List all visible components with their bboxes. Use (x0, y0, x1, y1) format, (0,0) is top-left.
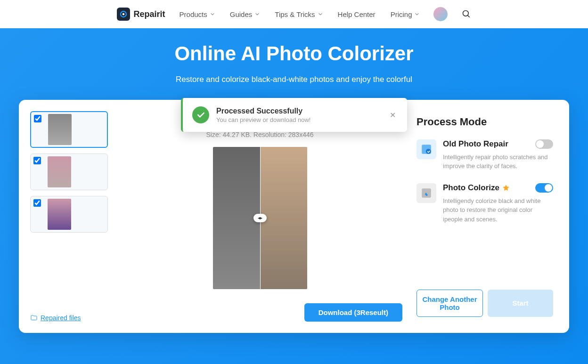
check-icon (192, 106, 209, 123)
nav-tips[interactable]: Tips & Tricks (275, 10, 322, 18)
preview-panel: test (8).jpg Size: 44.27 KB. Resolution:… (117, 111, 402, 294)
mode-old-photo-repair: Old Photo Repair Intelligently repair ph… (416, 139, 553, 171)
chevron-down-icon (210, 12, 215, 16)
process-mode-panel: Process Mode Old Photo Repair Intelligen… (412, 111, 558, 322)
mode-photo-colorize: Photo Colorize Intelligendy colorize bla… (416, 183, 553, 224)
change-photo-button[interactable]: Change Another Photo (416, 290, 483, 317)
repair-icon (416, 139, 436, 159)
thumbnail-checkbox[interactable] (33, 199, 41, 207)
page-subtitle: Restore and colorize black-and-white pho… (40, 73, 548, 86)
thumbnail-list (30, 111, 108, 233)
logo[interactable]: Repairit (117, 8, 165, 21)
toast-body: Processed Successfully You can preview o… (216, 107, 381, 123)
comparison-slider[interactable]: ◂▸ (253, 214, 267, 222)
premium-icon (502, 184, 510, 192)
download-button[interactable]: Download (3Reseult) (304, 303, 402, 322)
nav-pricing[interactable]: Pricing (391, 10, 420, 18)
mode-description: Intelligendy colorize black and white ph… (443, 196, 553, 224)
chevron-down-icon (318, 12, 323, 16)
repair-toggle[interactable] (535, 139, 553, 149)
nav: Products Guides Tips & Tricks Help Cente… (180, 10, 420, 18)
toast-success: Processed Successfully You can preview o… (181, 98, 407, 132)
search-icon[interactable] (462, 9, 471, 19)
avatar[interactable] (433, 7, 448, 21)
svg-rect-5 (422, 188, 431, 198)
folder-icon (30, 314, 38, 322)
main-card: Repaired files test (8).jpg Size: 44.27 … (19, 100, 569, 333)
start-button[interactable]: Start (488, 290, 553, 317)
thumbnail-image (48, 156, 71, 187)
thumbnail-item[interactable] (30, 111, 108, 148)
svg-point-1 (122, 13, 124, 16)
nav-help[interactable]: Help Center (338, 10, 376, 18)
svg-point-4 (426, 148, 431, 154)
close-icon[interactable]: ✕ (388, 109, 398, 121)
colorize-toggle[interactable] (535, 183, 553, 193)
chevron-down-icon (255, 12, 260, 16)
thumbnail-image (48, 199, 71, 230)
chevron-down-icon (415, 12, 419, 16)
nav-products[interactable]: Products (180, 10, 215, 18)
thumbnail-item[interactable] (30, 196, 108, 233)
process-mode-title: Process Mode (416, 116, 553, 128)
brand-name: Repairit (134, 9, 165, 19)
svg-point-2 (463, 11, 469, 16)
header: Repairit Products Guides Tips & Tricks H… (0, 0, 588, 28)
thumbnail-item[interactable] (30, 154, 108, 190)
mode-title: Old Photo Repair (443, 139, 508, 149)
preview-before (213, 147, 260, 289)
thumbnail-image (48, 114, 72, 145)
comparison-preview: ◂▸ (213, 147, 307, 289)
logo-icon (117, 8, 130, 21)
thumbnail-checkbox[interactable] (34, 115, 41, 122)
nav-guides[interactable]: Guides (230, 10, 260, 18)
repaired-files-link[interactable]: Repaired files (30, 314, 81, 322)
toast-subtitle: You can preview or download now! (216, 116, 381, 123)
colorize-icon (416, 183, 436, 203)
mode-title: Photo Colorize (443, 183, 499, 193)
hero: Online AI Photo Colorizer Restore and co… (0, 28, 588, 364)
mode-description: Intelligently repair photo scratches and… (443, 153, 553, 171)
preview-after (260, 147, 307, 289)
page-title: Online AI Photo Colorizer (0, 42, 588, 65)
thumbnail-checkbox[interactable] (33, 157, 41, 164)
toast-title: Processed Successfully (216, 107, 381, 115)
